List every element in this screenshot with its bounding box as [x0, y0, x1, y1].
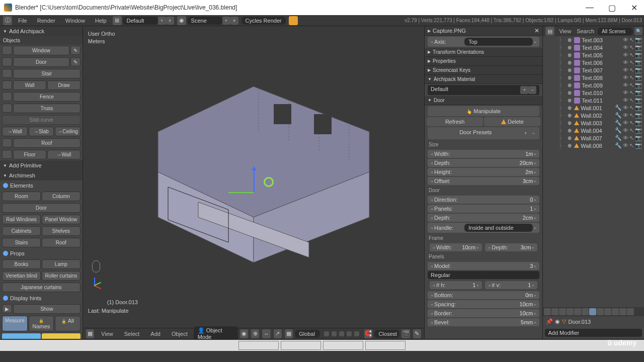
expand-icon[interactable]: ⊕ [567, 82, 573, 88]
room-button[interactable]: Room [2, 192, 41, 201]
camera-icon[interactable]: 📷 [635, 89, 642, 96]
expand-icon[interactable]: ⊕ [567, 37, 573, 43]
eye-icon[interactable]: 👁 [623, 135, 628, 141]
modifier-link-icon[interactable]: 🔧 [615, 142, 622, 149]
color-swatch-1[interactable] [2, 333, 41, 339]
outliner-item[interactable]: ├ ⊕Wall.007🔧👁↖📷 [543, 134, 644, 142]
outliner-item[interactable]: ├ ⊕Wall.002🔧👁↖📷 [543, 112, 644, 119]
camera-icon[interactable]: 📷 [635, 127, 642, 134]
add-modifier-dropdown[interactable]: Add Modifier [545, 329, 642, 337]
menu-file[interactable]: File [13, 16, 32, 25]
camera-icon[interactable]: 📷 [635, 74, 642, 81]
archimesh-header[interactable]: Archimesh [0, 170, 83, 180]
eye-icon[interactable]: 👁 [623, 52, 628, 58]
depth-field[interactable]: Depth:20cm [428, 159, 539, 167]
tab-physics-icon[interactable] [627, 308, 634, 315]
expand-icon[interactable]: ⊕ [567, 98, 573, 104]
visibility-icons[interactable]: 👁↖📷 [623, 37, 642, 43]
mode-dropdown[interactable]: 👤 Object Mode [194, 326, 238, 341]
outliner-item[interactable]: ├ ⊕Text.010👁↖📷 [543, 89, 644, 97]
tab-constraints-icon[interactable] [582, 308, 589, 315]
editor-type-3dview-icon[interactable]: ▦ [86, 329, 94, 338]
wall-icon[interactable] [2, 80, 12, 89]
properties-panel[interactable]: Properties [425, 57, 542, 66]
all-toggle[interactable]: 🔒 All [55, 316, 80, 331]
cursor-icon[interactable]: ↖ [629, 74, 634, 81]
fence-icon[interactable] [2, 92, 12, 101]
roof-icon[interactable] [2, 138, 12, 147]
eye-icon[interactable]: 👁 [623, 112, 628, 119]
gizmo-z-axis[interactable] [254, 167, 255, 192]
manipulator-toggle-icon[interactable]: ↔ [262, 329, 270, 338]
column-button[interactable]: Column [42, 192, 80, 201]
archipack-header[interactable]: Add Archipack [0, 26, 83, 36]
outliner-tree[interactable]: ├ ⊕Text.003👁↖📷 ├ ⊕Text.004👁↖📷 ├ ⊕Text.00… [543, 36, 644, 307]
show-button[interactable]: Show [13, 304, 80, 314]
scene-dropdown[interactable]: Scene [187, 17, 222, 25]
border-field[interactable]: Border:10cm [428, 309, 539, 317]
outliner-item[interactable]: ├ ⊕Wall.004🔧👁↖📷 [543, 127, 644, 134]
panels-field[interactable]: Panels:1 [428, 205, 539, 213]
vp-select-menu[interactable]: Select [119, 329, 145, 338]
camera-icon[interactable]: 📷 [635, 112, 642, 119]
menu-render[interactable]: Render [32, 16, 60, 25]
preset-add-icon[interactable]: + [521, 129, 529, 137]
outliner-item[interactable]: ├ ⊕Text.005👁↖📷 [543, 51, 644, 59]
outliner-item[interactable]: ├ ⊕Wall.008🔧👁↖📷 [543, 142, 644, 149]
door2-button[interactable]: Door [2, 203, 80, 213]
visibility-icons[interactable]: 🔧👁↖📷 [615, 105, 642, 111]
camera-icon[interactable]: 📷 [635, 142, 642, 149]
visibility-icons[interactable]: 🔧👁↖📷 [615, 120, 642, 126]
expand-icon[interactable]: ⊕ [567, 90, 573, 96]
truss-icon[interactable] [2, 104, 12, 113]
panel-v-field[interactable]: # v:1 [485, 281, 537, 289]
outliner-item[interactable]: ├ ⊕Text.003👁↖📷 [543, 36, 644, 44]
panel-h-field[interactable]: # h:1 [430, 281, 482, 289]
tab-scene-icon[interactable] [559, 308, 566, 315]
expand-icon[interactable]: ⊕ [567, 52, 573, 58]
archipack-material-panel[interactable]: Archipack Material [425, 75, 542, 84]
wall-button[interactable]: Wall [13, 80, 46, 90]
gpencil-icon[interactable]: ✎ [413, 329, 421, 338]
screencast-panel[interactable]: Screencast Keys [425, 66, 542, 75]
model-field[interactable]: Model:3 [428, 262, 539, 270]
tab-modifiers-icon[interactable] [589, 308, 596, 315]
roof-button[interactable]: Roof [13, 138, 80, 148]
stair-icon[interactable] [2, 69, 12, 78]
handle-dropdown[interactable]: Inside and outside [464, 224, 533, 232]
floor-icon[interactable] [2, 150, 12, 159]
visibility-icons[interactable]: 👁↖📷 [623, 59, 642, 66]
camera-icon[interactable]: 📷 [635, 67, 642, 73]
vp-object-menu[interactable]: Object [167, 329, 193, 338]
pivot-icon[interactable]: ⊕ [251, 329, 259, 338]
floor-to-wall-button[interactable]: →Wall [47, 150, 80, 159]
viewport-shading-icon[interactable]: ◉ [240, 329, 248, 338]
capture-panel[interactable]: Capture.PNG ✕ [425, 26, 542, 36]
eye-icon[interactable]: 👁 [623, 105, 628, 111]
width-field[interactable]: Width:1m [428, 150, 539, 158]
outliner-item[interactable]: ├ ⊕Text.007👁↖📷 [543, 66, 644, 74]
outliner-search-icon[interactable]: 🔍 [634, 27, 642, 35]
tab-object-icon[interactable] [574, 308, 581, 315]
to-ceiling-button[interactable]: →Ceiling [55, 127, 80, 136]
roof2-button[interactable]: Roof [42, 238, 80, 247]
frame-depth-field[interactable]: Depth:3cm [485, 243, 537, 251]
3d-viewport[interactable]: User Ortho Meters [83, 26, 424, 339]
visibility-icons[interactable]: 👁↖📷 [623, 44, 642, 51]
cursor-icon[interactable]: ↖ [629, 89, 634, 96]
snap-magnet-icon[interactable]: 🧲 [364, 329, 372, 338]
rail-windows-button[interactable]: Rail Windows [2, 215, 41, 224]
layout-add-button[interactable]: + [158, 17, 166, 25]
eye-icon[interactable]: 👁 [623, 97, 628, 104]
minimize-button[interactable]: — [584, 3, 596, 13]
expand-icon[interactable]: ⊕ [567, 60, 573, 66]
modifier-link-icon[interactable]: 🔧 [615, 112, 622, 119]
layout-delete-button[interactable]: × [166, 17, 174, 25]
panel-window-button[interactable]: Panel Window [42, 215, 80, 224]
roller-button[interactable]: Roller curtains [42, 271, 80, 281]
delete-button[interactable]: Delete [484, 117, 540, 126]
scene-icon[interactable]: ◉ [177, 16, 186, 25]
cursor-icon[interactable]: ↖ [629, 142, 634, 149]
cursor-icon[interactable]: ↖ [629, 135, 634, 141]
uv-image-editor[interactable] [0, 340, 644, 351]
